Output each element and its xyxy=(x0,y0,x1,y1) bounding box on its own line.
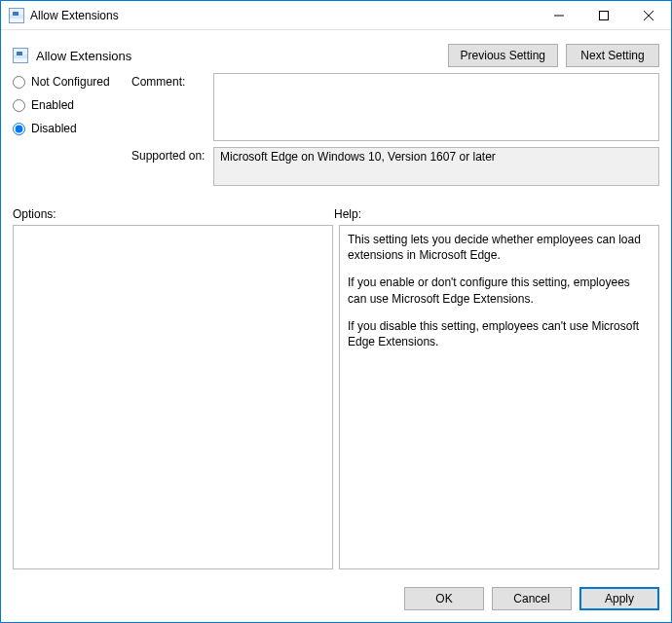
help-text-3: If you disable this setting, employees c… xyxy=(348,318,651,349)
dialog-body: Allow Extensions Previous Setting Next S… xyxy=(1,30,671,577)
radio-enabled-label: Enabled xyxy=(31,98,74,112)
cancel-button[interactable]: Cancel xyxy=(492,587,572,610)
help-label: Help: xyxy=(334,207,659,221)
supported-on-label: Supported on: xyxy=(131,147,209,163)
supported-on-box xyxy=(213,147,659,186)
dialog-footer: OK Cancel Apply xyxy=(1,577,671,622)
radio-disabled-label: Disabled xyxy=(31,122,77,135)
dialog-window: Allow Extensions Allow Extensions Previo… xyxy=(0,0,672,623)
options-panel[interactable] xyxy=(13,225,333,569)
options-label: Options: xyxy=(13,207,334,221)
help-text-2: If you enable or don't configure this se… xyxy=(348,275,651,306)
radio-disabled[interactable]: Disabled xyxy=(13,122,128,135)
maximize-button[interactable] xyxy=(581,1,626,29)
next-setting-button[interactable]: Next Setting xyxy=(566,44,659,67)
apply-button[interactable]: Apply xyxy=(579,587,659,610)
app-icon xyxy=(9,8,24,23)
radio-disabled-input[interactable] xyxy=(13,123,25,135)
minimize-button[interactable] xyxy=(537,1,581,29)
window-controls xyxy=(537,1,671,29)
radio-not-configured-label: Not Configured xyxy=(31,75,110,89)
help-text-1: This setting lets you decide whether emp… xyxy=(348,232,651,263)
svg-rect-0 xyxy=(600,11,609,19)
ok-button[interactable]: OK xyxy=(404,587,484,610)
radio-enabled-input[interactable] xyxy=(13,99,25,112)
comment-input[interactable] xyxy=(213,73,659,141)
titlebar: Allow Extensions xyxy=(1,1,671,30)
help-panel[interactable]: This setting lets you decide whether emp… xyxy=(339,225,659,569)
window-title: Allow Extensions xyxy=(30,9,119,22)
radio-not-configured[interactable]: Not Configured xyxy=(13,75,128,89)
policy-icon xyxy=(13,48,28,63)
policy-title: Allow Extensions xyxy=(36,49,131,63)
close-button[interactable] xyxy=(626,1,671,29)
radio-not-configured-input[interactable] xyxy=(13,76,25,89)
comment-label: Comment: xyxy=(131,73,209,89)
radio-enabled[interactable]: Enabled xyxy=(13,98,128,112)
previous-setting-button[interactable]: Previous Setting xyxy=(448,44,558,67)
